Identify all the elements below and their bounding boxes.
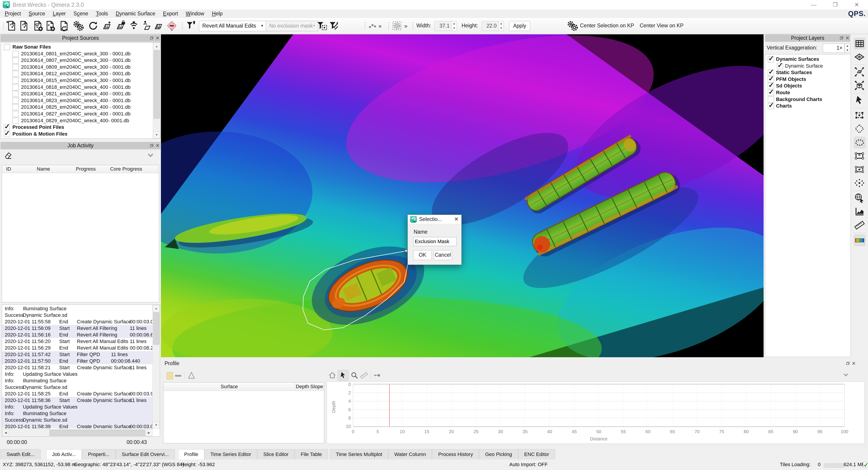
log-row[interactable]: 2020-12-01 11:56:16EndRevert All Filteri… xyxy=(2,332,154,338)
measure-tool-icon[interactable] xyxy=(854,220,865,230)
log-vscrollbar[interactable]: ▲ ▼ xyxy=(152,305,160,429)
float-panel-icon[interactable] xyxy=(149,35,154,40)
tab-time-series-multiplot[interactable]: Time Series Multiplot xyxy=(330,449,388,459)
height-stepper[interactable]: 22.0▲▼ xyxy=(482,21,499,31)
polygon-select-icon[interactable] xyxy=(854,123,865,134)
col-slope[interactable]: Slope xyxy=(310,382,323,391)
edit-action-dropdown[interactable]: Revert All Manual Edits▼ xyxy=(199,21,266,31)
name-input[interactable] xyxy=(413,237,457,246)
tab-process-history[interactable]: Process History xyxy=(432,449,479,459)
center-selection-kp-button[interactable]: Center Selection on KP xyxy=(580,23,634,29)
color-swatch-icon[interactable] xyxy=(166,372,173,379)
checkbox[interactable] xyxy=(768,56,774,62)
list-item[interactable]: 20130614_0821_em2040C_wreck_400 - 0001.d… xyxy=(1,90,153,97)
cursor-tool-pressed[interactable] xyxy=(338,370,348,381)
log-row[interactable]: 2020-12-01 11:57:50EndFilter QPD00:00:08… xyxy=(2,358,154,364)
log-row[interactable]: 2020-12-01 11:56:29EndRevert All Manual … xyxy=(2,345,154,351)
measure-profile-icon[interactable] xyxy=(360,371,368,379)
close-panel-icon[interactable] xyxy=(845,35,850,40)
minimize-button[interactable]: — xyxy=(807,1,820,8)
checkbox[interactable] xyxy=(768,90,774,96)
vertical-exaggeration-input[interactable]: 1× xyxy=(823,43,844,53)
sources-scrollbar[interactable]: ▲ ▼ xyxy=(153,43,160,138)
open-project-icon[interactable] xyxy=(18,20,29,31)
restore-button[interactable]: ❐ xyxy=(829,1,842,8)
rectangle-select-icon[interactable] xyxy=(854,110,865,121)
apply-button[interactable]: Apply xyxy=(509,21,530,31)
tab-surface-edit-overvi-[interactable]: Surface Edit Overvi... xyxy=(116,449,175,459)
job-column-id[interactable]: ID xyxy=(2,165,16,173)
new-project-icon[interactable] xyxy=(6,20,17,31)
list-item[interactable]: 20130614_0818_em2040C_wreck_400 - 0001.d… xyxy=(1,84,153,91)
menu-layer[interactable]: Layer xyxy=(49,10,70,18)
log-row[interactable]: Info:Updating Surface Values xyxy=(2,371,154,377)
filter-extents-icon[interactable] xyxy=(329,20,340,31)
colormap-icon[interactable] xyxy=(854,234,865,246)
log-row[interactable]: Info:Illuminating Surface xyxy=(2,410,154,417)
menu-dynamic-surface[interactable]: Dynamic Surface xyxy=(112,10,159,18)
checkbox[interactable] xyxy=(12,104,19,110)
tab-properti-[interactable]: Properti... xyxy=(82,449,116,459)
add-processed-points-icon[interactable] xyxy=(44,20,55,31)
log-row[interactable]: Info:Illuminating Surface xyxy=(2,377,154,384)
filter-edits-icon[interactable] xyxy=(186,20,197,31)
ok-button[interactable]: OK xyxy=(413,250,432,260)
log-row[interactable]: SuccessDynamic Surface.sd xyxy=(2,384,154,390)
list-item[interactable]: Position & Motion Files xyxy=(1,131,153,137)
close-button[interactable]: ✕ xyxy=(850,1,864,8)
menu-help[interactable]: Help xyxy=(208,10,226,18)
tab-job-activ-[interactable]: Job Activ... xyxy=(46,449,82,459)
surface-edit-overview-icon[interactable] xyxy=(153,20,164,31)
list-item[interactable]: 20130614_0823_em2040C_wreck_400 - 0001.d… xyxy=(1,97,153,104)
overflow-chevron[interactable]: » xyxy=(404,23,407,30)
list-item[interactable]: 20130614_0829_em2040C_wreck_400- 0001.db xyxy=(1,117,153,124)
col-surface[interactable]: Surface xyxy=(163,382,295,391)
add-raw-sonar-files-icon[interactable] xyxy=(32,20,43,31)
menu-scene[interactable]: Scene xyxy=(70,10,92,18)
checkbox[interactable] xyxy=(12,91,19,97)
log-row[interactable]: 2020-12-01 11:56:20StartRevert All Manua… xyxy=(2,338,154,345)
line-style-icon[interactable] xyxy=(175,375,181,377)
menu-tools[interactable]: Tools xyxy=(92,10,112,18)
list-item[interactable]: 20130614_0812_em2040C_wreck_300 - 0001.d… xyxy=(1,70,153,77)
tab-slice-editor[interactable]: Slice Editor xyxy=(257,449,294,459)
list-item[interactable]: Raw Sonar Files xyxy=(1,43,153,51)
close-panel-icon[interactable] xyxy=(155,143,160,148)
checkbox[interactable] xyxy=(12,84,19,90)
log-row[interactable]: 2020-12-01 11:57:42StartFilter QPD11 lin… xyxy=(2,351,154,358)
list-item[interactable]: Static Surfaces xyxy=(765,69,850,76)
col-depth[interactable]: Depth xyxy=(295,382,310,391)
list-item[interactable]: PFM Objects xyxy=(765,76,850,83)
log-row[interactable]: 2020-12-01 11:58:36StartCreate Dynamic S… xyxy=(2,397,154,404)
checkbox[interactable] xyxy=(768,103,774,109)
selection-settings-icon[interactable] xyxy=(392,20,402,31)
close-panel-icon[interactable] xyxy=(851,361,856,366)
overflow-chevron[interactable]: » xyxy=(378,23,381,30)
checkbox[interactable] xyxy=(12,71,19,77)
list-item[interactable]: 20130614_0801_em2040C_wreck_300 - 0001.d… xyxy=(1,51,153,57)
dialog-close-icon[interactable]: ✕ xyxy=(454,216,459,222)
slice-editor-icon[interactable] xyxy=(141,20,151,31)
log-row[interactable]: 2020-12-01 11:56:09StartRevert All Filte… xyxy=(2,325,154,332)
cancel-button[interactable]: Cancel xyxy=(434,250,452,260)
tab-time-series-editor[interactable]: Time Series Editor xyxy=(204,449,257,459)
tab-water-column[interactable]: Water Column xyxy=(388,449,432,459)
checkbox[interactable] xyxy=(777,63,783,69)
grid-view-icon[interactable] xyxy=(854,38,865,49)
zoom-surface-extents-icon[interactable] xyxy=(854,66,865,77)
log-row[interactable]: 2020-12-01 11:58:39EndCreate Dynamic Sur… xyxy=(2,423,154,428)
checkbox[interactable] xyxy=(12,111,19,117)
checkbox[interactable] xyxy=(12,77,19,84)
scene-view[interactable] xyxy=(161,34,764,357)
checkbox[interactable] xyxy=(12,118,19,124)
float-panel-icon[interactable] xyxy=(149,143,154,148)
refresh-icon[interactable] xyxy=(88,20,98,31)
list-item[interactable]: Processed Point Files xyxy=(1,124,153,131)
list-item[interactable]: Charts xyxy=(765,102,850,109)
checkbox[interactable] xyxy=(4,131,10,137)
list-item[interactable]: 20130614_0809_em2040C_wreck_300 - 0001.d… xyxy=(1,64,153,70)
log-row[interactable]: 2020-12-01 11:55:58EndCreate Dynamic Sur… xyxy=(2,318,154,325)
slice-select-icon[interactable] xyxy=(854,164,865,175)
zoom-scene-extents-icon[interactable] xyxy=(854,80,865,91)
clear-jobs-icon[interactable] xyxy=(4,151,13,159)
